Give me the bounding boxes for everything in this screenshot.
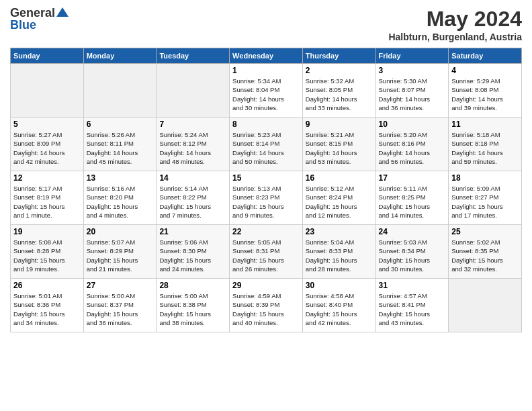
header-row: SundayMondayTuesdayWednesdayThursdayFrid…: [11, 48, 522, 64]
day-number: 3: [379, 66, 446, 75]
day-number: 24: [379, 227, 446, 236]
day-info: Sunrise: 5:21 AM Sunset: 8:15 PM Dayligh…: [306, 130, 373, 166]
weekday-header: Wednesday: [230, 48, 303, 64]
day-info: Sunrise: 5:24 AM Sunset: 8:12 PM Dayligh…: [159, 130, 226, 166]
calendar-week-row: 12Sunrise: 5:17 AM Sunset: 8:19 PM Dayli…: [11, 171, 522, 225]
day-info: Sunrise: 5:04 AM Sunset: 8:33 PM Dayligh…: [306, 238, 373, 273]
calendar-cell: [11, 64, 84, 118]
calendar-cell: 3Sunrise: 5:30 AM Sunset: 8:07 PM Daylig…: [375, 64, 449, 118]
day-number: 5: [13, 120, 81, 129]
weekday-header: Friday: [375, 48, 449, 64]
day-info: Sunrise: 5:26 AM Sunset: 8:11 PM Dayligh…: [87, 130, 154, 166]
day-info: Sunrise: 5:14 AM Sunset: 8:22 PM Dayligh…: [159, 184, 226, 220]
day-info: Sunrise: 5:01 AM Sunset: 8:36 PM Dayligh…: [13, 291, 81, 327]
day-info: Sunrise: 5:05 AM Sunset: 8:31 PM Dayligh…: [232, 238, 300, 273]
logo-blue-text: Blue: [10, 19, 36, 31]
calendar-cell: [449, 279, 522, 332]
title-area: May 2024 Halbturn, Burgenland, Austria: [388, 7, 522, 42]
day-number: 16: [306, 173, 373, 183]
calendar-table: SundayMondayTuesdayWednesdayThursdayFrid…: [10, 48, 522, 332]
calendar-cell: 15Sunrise: 5:13 AM Sunset: 8:23 PM Dayli…: [230, 171, 303, 225]
day-info: Sunrise: 5:27 AM Sunset: 8:09 PM Dayligh…: [13, 130, 81, 166]
calendar-cell: 29Sunrise: 4:59 AM Sunset: 8:39 PM Dayli…: [230, 279, 303, 332]
calendar-cell: 22Sunrise: 5:05 AM Sunset: 8:31 PM Dayli…: [230, 225, 303, 279]
calendar-cell: 4Sunrise: 5:29 AM Sunset: 8:08 PM Daylig…: [449, 64, 522, 118]
calendar-cell: 9Sunrise: 5:21 AM Sunset: 8:15 PM Daylig…: [302, 118, 375, 171]
svg-marker-0: [56, 7, 69, 17]
weekday-header: Saturday: [449, 48, 522, 64]
calendar-cell: 27Sunrise: 5:00 AM Sunset: 8:37 PM Dayli…: [83, 279, 157, 332]
calendar-cell: [83, 64, 157, 118]
weekday-header: Sunday: [11, 48, 84, 64]
logo: General Blue: [10, 7, 69, 31]
calendar-cell: 14Sunrise: 5:14 AM Sunset: 8:22 PM Dayli…: [157, 171, 230, 225]
day-number: 4: [451, 66, 519, 75]
day-number: 9: [306, 120, 373, 129]
day-number: 29: [232, 281, 300, 290]
calendar-week-row: 19Sunrise: 5:08 AM Sunset: 8:28 PM Dayli…: [11, 225, 522, 279]
day-number: 23: [306, 227, 373, 236]
day-info: Sunrise: 5:12 AM Sunset: 8:24 PM Dayligh…: [306, 184, 373, 220]
day-info: Sunrise: 5:23 AM Sunset: 8:14 PM Dayligh…: [232, 130, 300, 166]
calendar-body: 1Sunrise: 5:34 AM Sunset: 8:04 PM Daylig…: [11, 64, 522, 332]
calendar-cell: 21Sunrise: 5:06 AM Sunset: 8:30 PM Dayli…: [157, 225, 230, 279]
calendar-cell: 6Sunrise: 5:26 AM Sunset: 8:11 PM Daylig…: [83, 118, 157, 171]
calendar-cell: 30Sunrise: 4:58 AM Sunset: 8:40 PM Dayli…: [302, 279, 375, 332]
calendar-cell: 23Sunrise: 5:04 AM Sunset: 8:33 PM Dayli…: [302, 225, 375, 279]
weekday-header: Monday: [83, 48, 157, 64]
calendar-cell: 13Sunrise: 5:16 AM Sunset: 8:20 PM Dayli…: [83, 171, 157, 225]
day-info: Sunrise: 5:20 AM Sunset: 8:16 PM Dayligh…: [379, 130, 446, 166]
calendar-week-row: 1Sunrise: 5:34 AM Sunset: 8:04 PM Daylig…: [11, 64, 522, 118]
day-number: 8: [232, 120, 300, 129]
day-number: 14: [159, 173, 226, 183]
day-number: 12: [13, 173, 81, 183]
day-number: 17: [379, 173, 446, 183]
day-number: 13: [87, 173, 154, 183]
day-number: 22: [232, 227, 300, 236]
day-info: Sunrise: 5:34 AM Sunset: 8:04 PM Dayligh…: [232, 77, 300, 112]
day-info: Sunrise: 5:07 AM Sunset: 8:29 PM Dayligh…: [87, 238, 154, 273]
calendar-cell: 28Sunrise: 5:00 AM Sunset: 8:38 PM Dayli…: [157, 279, 230, 332]
day-number: 19: [13, 227, 81, 236]
calendar-cell: 10Sunrise: 5:20 AM Sunset: 8:16 PM Dayli…: [375, 118, 449, 171]
calendar-cell: 1Sunrise: 5:34 AM Sunset: 8:04 PM Daylig…: [230, 64, 303, 118]
day-number: 21: [159, 227, 226, 236]
calendar-week-row: 5Sunrise: 5:27 AM Sunset: 8:09 PM Daylig…: [11, 118, 522, 171]
calendar-cell: 16Sunrise: 5:12 AM Sunset: 8:24 PM Dayli…: [302, 171, 375, 225]
calendar-cell: 25Sunrise: 5:02 AM Sunset: 8:35 PM Dayli…: [449, 225, 522, 279]
day-info: Sunrise: 5:03 AM Sunset: 8:34 PM Dayligh…: [379, 238, 446, 273]
day-info: Sunrise: 5:16 AM Sunset: 8:20 PM Dayligh…: [87, 184, 154, 220]
day-number: 20: [87, 227, 154, 236]
calendar-subtitle: Halbturn, Burgenland, Austria: [388, 32, 522, 42]
calendar-title: May 2024: [388, 7, 522, 32]
day-info: Sunrise: 4:59 AM Sunset: 8:39 PM Dayligh…: [232, 291, 300, 327]
calendar-cell: 5Sunrise: 5:27 AM Sunset: 8:09 PM Daylig…: [11, 118, 84, 171]
day-number: 7: [159, 120, 226, 129]
day-info: Sunrise: 5:13 AM Sunset: 8:23 PM Dayligh…: [232, 184, 300, 220]
calendar-cell: 12Sunrise: 5:17 AM Sunset: 8:19 PM Dayli…: [11, 171, 84, 225]
day-info: Sunrise: 5:06 AM Sunset: 8:30 PM Dayligh…: [159, 238, 226, 273]
day-info: Sunrise: 4:57 AM Sunset: 8:41 PM Dayligh…: [379, 291, 446, 327]
day-number: 27: [87, 281, 154, 290]
day-number: 1: [232, 66, 300, 75]
calendar-header: SundayMondayTuesdayWednesdayThursdayFrid…: [11, 48, 522, 64]
day-number: 10: [379, 120, 446, 129]
day-number: 2: [306, 66, 373, 75]
day-info: Sunrise: 5:17 AM Sunset: 8:19 PM Dayligh…: [13, 184, 81, 220]
calendar-week-row: 26Sunrise: 5:01 AM Sunset: 8:36 PM Dayli…: [11, 279, 522, 332]
logo-general-text: General: [10, 7, 55, 19]
day-number: 30: [306, 281, 373, 290]
day-info: Sunrise: 5:00 AM Sunset: 8:37 PM Dayligh…: [87, 291, 154, 327]
day-info: Sunrise: 5:02 AM Sunset: 8:35 PM Dayligh…: [451, 238, 519, 273]
calendar-cell: 19Sunrise: 5:08 AM Sunset: 8:28 PM Dayli…: [11, 225, 84, 279]
calendar-cell: 18Sunrise: 5:09 AM Sunset: 8:27 PM Dayli…: [449, 171, 522, 225]
day-number: 15: [232, 173, 300, 183]
day-number: 26: [13, 281, 81, 290]
logo-icon: [56, 6, 69, 18]
day-info: Sunrise: 5:18 AM Sunset: 8:18 PM Dayligh…: [451, 130, 519, 166]
day-info: Sunrise: 5:30 AM Sunset: 8:07 PM Dayligh…: [379, 77, 446, 112]
calendar-cell: 7Sunrise: 5:24 AM Sunset: 8:12 PM Daylig…: [157, 118, 230, 171]
calendar-cell: 11Sunrise: 5:18 AM Sunset: 8:18 PM Dayli…: [449, 118, 522, 171]
day-number: 31: [379, 281, 446, 290]
day-info: Sunrise: 5:00 AM Sunset: 8:38 PM Dayligh…: [159, 291, 226, 327]
